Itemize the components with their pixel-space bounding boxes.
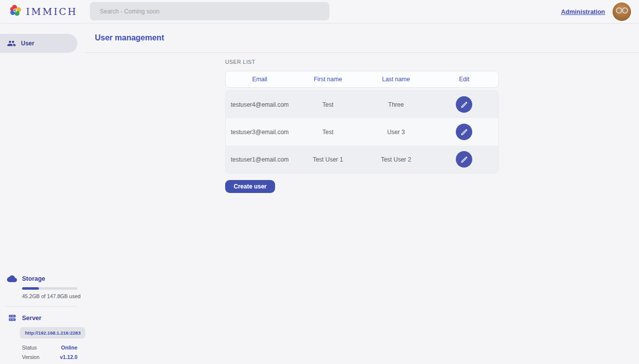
- user-first-name-cell: Test: [294, 101, 362, 108]
- pencil-icon: [460, 156, 468, 164]
- server-version-label: Version: [22, 354, 39, 360]
- top-navbar: IMMICH Administration: [0, 0, 639, 23]
- user-email-cell: testuser4@email.com: [226, 101, 294, 108]
- user-edit-cell: [430, 151, 499, 168]
- user-list-label: USER LIST: [225, 59, 499, 65]
- storage-progress-bar: [22, 287, 77, 290]
- server-status-value: Online: [61, 345, 77, 351]
- sidebar-item-user-label: User: [21, 40, 34, 47]
- storage-section-header: Storage: [6, 274, 85, 284]
- column-header-email: Email: [226, 76, 294, 83]
- server-status-label: Status: [22, 345, 37, 351]
- create-user-button[interactable]: Create user: [225, 180, 275, 193]
- storage-progress-fill: [22, 287, 39, 290]
- pencil-icon: [460, 101, 468, 109]
- column-header-last-name: Last name: [362, 76, 430, 83]
- server-section-header: Server: [6, 314, 85, 322]
- edit-user-button[interactable]: [456, 151, 472, 168]
- glasses-icon: [615, 7, 630, 14]
- search-input[interactable]: [90, 2, 329, 20]
- server-title: Server: [22, 315, 41, 322]
- main-content: User management USER LIST Email First na…: [85, 23, 639, 364]
- sidebar: User Storage 45.2GB of 147.8GB used: [0, 23, 85, 364]
- edit-user-button[interactable]: [456, 96, 472, 113]
- user-email-cell: testuser3@email.com: [226, 129, 294, 136]
- sidebar-item-user[interactable]: User: [0, 34, 77, 53]
- users-icon: [7, 39, 16, 48]
- server-version-value: v1.12.0: [60, 354, 77, 360]
- user-edit-cell: [430, 96, 499, 113]
- user-table-body: testuser4@email.com Test Three testuser3…: [225, 90, 499, 174]
- table-row: testuser3@email.com Test User 3: [226, 118, 498, 146]
- table-row: testuser4@email.com Test Three: [226, 91, 498, 118]
- pencil-icon: [460, 128, 468, 136]
- user-last-name-cell: User 3: [362, 129, 430, 136]
- page-title-bar: User management: [85, 23, 639, 53]
- user-first-name-cell: Test: [294, 129, 362, 136]
- sidebar-divider: [6, 306, 77, 307]
- administration-link[interactable]: Administration: [561, 8, 605, 15]
- server-status-row: Status Online: [22, 345, 77, 351]
- brand-name: IMMICH: [26, 6, 77, 17]
- server-icon: [6, 314, 18, 322]
- page-title: User management: [95, 33, 164, 42]
- column-header-first-name: First name: [294, 76, 362, 83]
- edit-user-button[interactable]: [456, 124, 472, 140]
- table-row: testuser1@email.com Test User 1 Test Use…: [226, 146, 498, 173]
- user-last-name-cell: Three: [362, 101, 430, 108]
- user-last-name-cell: Test User 2: [362, 156, 430, 163]
- storage-title: Storage: [22, 275, 45, 282]
- server-url[interactable]: http://192.168.1.216:2283: [20, 327, 85, 339]
- user-email-cell: testuser1@email.com: [226, 156, 294, 163]
- user-edit-cell: [430, 124, 499, 140]
- brand-logo[interactable]: IMMICH: [9, 4, 77, 19]
- cloud-icon: [6, 274, 18, 284]
- column-header-edit: Edit: [430, 76, 499, 83]
- immich-flower-icon: [9, 4, 22, 19]
- server-version-row: Version v1.12.0: [22, 354, 77, 360]
- user-avatar[interactable]: [613, 2, 631, 21]
- user-table-header: Email First name Last name Edit: [225, 71, 499, 88]
- user-first-name-cell: Test User 1: [294, 156, 362, 163]
- storage-usage-text: 45.2GB of 147.8GB used: [22, 293, 85, 299]
